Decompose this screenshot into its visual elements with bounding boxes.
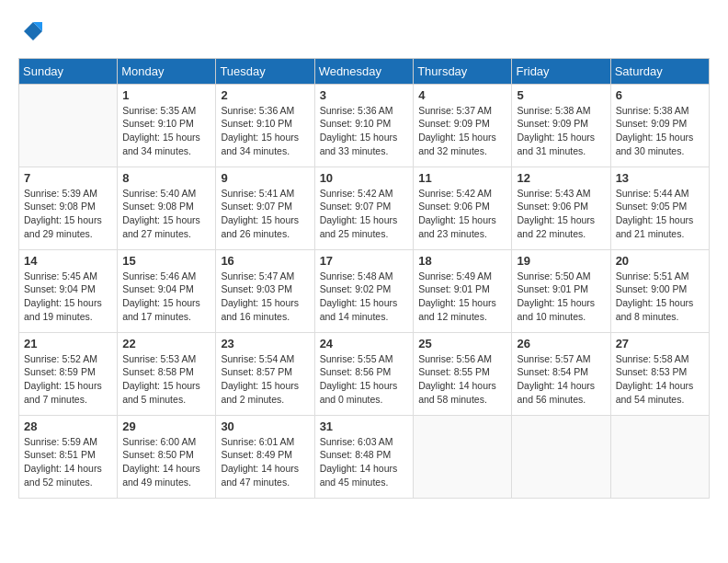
day-header-thursday: Thursday: [414, 58, 512, 84]
day-number: 1: [122, 88, 210, 102]
day-info: Sunrise: 5:45 AM Sunset: 9:04 PM Dayligh…: [24, 270, 112, 324]
day-info: Sunrise: 5:36 AM Sunset: 9:10 PM Dayligh…: [320, 104, 409, 158]
calendar-cell: 19Sunrise: 5:50 AM Sunset: 9:01 PM Dayli…: [512, 249, 610, 332]
day-number: 16: [221, 254, 309, 268]
day-info: Sunrise: 5:51 AM Sunset: 9:00 PM Dayligh…: [616, 270, 704, 324]
day-number: 28: [24, 419, 112, 433]
calendar-cell: 29Sunrise: 6:00 AM Sunset: 8:50 PM Dayli…: [118, 415, 216, 498]
day-info: Sunrise: 5:52 AM Sunset: 8:59 PM Dayligh…: [24, 352, 112, 407]
calendar-cell: 26Sunrise: 5:57 AM Sunset: 8:54 PM Dayli…: [512, 332, 610, 415]
day-number: 19: [517, 254, 605, 268]
calendar-cell: 14Sunrise: 5:45 AM Sunset: 9:04 PM Dayli…: [19, 249, 118, 332]
day-info: Sunrise: 5:46 AM Sunset: 9:04 PM Dayligh…: [122, 270, 210, 324]
calendar-cell: 6Sunrise: 5:38 AM Sunset: 9:09 PM Daylig…: [610, 84, 709, 167]
calendar-week-3: 14Sunrise: 5:45 AM Sunset: 9:04 PM Dayli…: [19, 249, 710, 332]
calendar-cell: 18Sunrise: 5:49 AM Sunset: 9:01 PM Dayli…: [414, 249, 512, 332]
calendar-week-1: 1Sunrise: 5:35 AM Sunset: 9:10 PM Daylig…: [19, 84, 710, 167]
day-number: 26: [517, 337, 605, 350]
day-info: Sunrise: 5:54 AM Sunset: 8:57 PM Dayligh…: [221, 352, 309, 407]
day-number: 3: [320, 88, 409, 102]
calendar-cell: 15Sunrise: 5:46 AM Sunset: 9:04 PM Dayli…: [118, 249, 216, 332]
calendar-header-row: SundayMondayTuesdayWednesdayThursdayFrid…: [19, 58, 710, 84]
day-number: 30: [221, 419, 309, 433]
day-number: 25: [418, 337, 506, 350]
day-info: Sunrise: 5:44 AM Sunset: 9:05 PM Dayligh…: [616, 187, 704, 241]
calendar-cell: 28Sunrise: 5:59 AM Sunset: 8:51 PM Dayli…: [19, 415, 118, 498]
calendar-cell: [610, 415, 709, 498]
calendar-cell: 2Sunrise: 5:36 AM Sunset: 9:10 PM Daylig…: [216, 84, 314, 167]
calendar-cell: 7Sunrise: 5:39 AM Sunset: 9:08 PM Daylig…: [19, 167, 118, 249]
day-number: 24: [320, 337, 409, 350]
day-number: 6: [616, 88, 704, 102]
calendar-cell: 10Sunrise: 5:42 AM Sunset: 9:07 PM Dayli…: [314, 167, 414, 249]
day-number: 7: [24, 171, 112, 185]
calendar-week-2: 7Sunrise: 5:39 AM Sunset: 9:08 PM Daylig…: [19, 167, 710, 249]
day-header-wednesday: Wednesday: [314, 58, 414, 84]
day-number: 2: [221, 88, 309, 102]
day-info: Sunrise: 6:01 AM Sunset: 8:49 PM Dayligh…: [221, 435, 309, 489]
page-header: [18, 18, 710, 49]
calendar-cell: 12Sunrise: 5:43 AM Sunset: 9:06 PM Dayli…: [512, 167, 610, 249]
calendar-cell: 8Sunrise: 5:40 AM Sunset: 9:08 PM Daylig…: [118, 167, 216, 249]
day-header-saturday: Saturday: [610, 58, 709, 84]
day-info: Sunrise: 5:49 AM Sunset: 9:01 PM Dayligh…: [418, 270, 506, 324]
day-header-tuesday: Tuesday: [216, 58, 314, 84]
calendar-cell: 1Sunrise: 5:35 AM Sunset: 9:10 PM Daylig…: [118, 84, 216, 167]
logo: [18, 18, 46, 49]
day-number: 15: [122, 254, 210, 268]
day-info: Sunrise: 6:00 AM Sunset: 8:50 PM Dayligh…: [122, 435, 210, 489]
calendar-cell: 27Sunrise: 5:58 AM Sunset: 8:53 PM Dayli…: [610, 332, 709, 415]
calendar-week-4: 21Sunrise: 5:52 AM Sunset: 8:59 PM Dayli…: [19, 332, 710, 415]
calendar-cell: 23Sunrise: 5:54 AM Sunset: 8:57 PM Dayli…: [216, 332, 314, 415]
day-number: 18: [418, 254, 506, 268]
day-number: 14: [24, 254, 112, 268]
day-number: 17: [320, 254, 409, 268]
day-number: 31: [320, 419, 409, 433]
calendar-cell: 16Sunrise: 5:47 AM Sunset: 9:03 PM Dayli…: [216, 249, 314, 332]
calendar-cell: 17Sunrise: 5:48 AM Sunset: 9:02 PM Dayli…: [314, 249, 414, 332]
calendar-cell: 20Sunrise: 5:51 AM Sunset: 9:00 PM Dayli…: [610, 249, 709, 332]
day-info: Sunrise: 5:57 AM Sunset: 8:54 PM Dayligh…: [517, 352, 605, 407]
calendar-week-5: 28Sunrise: 5:59 AM Sunset: 8:51 PM Dayli…: [19, 415, 710, 498]
day-header-monday: Monday: [118, 58, 216, 84]
day-number: 13: [616, 171, 704, 185]
day-number: 22: [122, 337, 210, 350]
calendar-cell: 31Sunrise: 6:03 AM Sunset: 8:48 PM Dayli…: [314, 415, 414, 498]
calendar-cell: 3Sunrise: 5:36 AM Sunset: 9:10 PM Daylig…: [314, 84, 414, 167]
calendar-table: SundayMondayTuesdayWednesdayThursdayFrid…: [18, 58, 710, 499]
day-info: Sunrise: 5:39 AM Sunset: 9:08 PM Dayligh…: [24, 187, 112, 241]
calendar-cell: 11Sunrise: 5:42 AM Sunset: 9:06 PM Dayli…: [414, 167, 512, 249]
day-header-sunday: Sunday: [19, 58, 118, 84]
day-header-friday: Friday: [512, 58, 610, 84]
day-number: 12: [517, 171, 605, 185]
day-number: 20: [616, 254, 704, 268]
day-info: Sunrise: 5:58 AM Sunset: 8:53 PM Dayligh…: [616, 352, 704, 407]
day-number: 4: [418, 88, 506, 102]
day-info: Sunrise: 5:36 AM Sunset: 9:10 PM Dayligh…: [221, 104, 309, 158]
day-info: Sunrise: 5:59 AM Sunset: 8:51 PM Dayligh…: [24, 435, 112, 489]
day-info: Sunrise: 6:03 AM Sunset: 8:48 PM Dayligh…: [320, 435, 409, 489]
day-info: Sunrise: 5:42 AM Sunset: 9:06 PM Dayligh…: [418, 187, 506, 241]
calendar-cell: 4Sunrise: 5:37 AM Sunset: 9:09 PM Daylig…: [414, 84, 512, 167]
calendar-cell: 22Sunrise: 5:53 AM Sunset: 8:58 PM Dayli…: [118, 332, 216, 415]
day-number: 10: [320, 171, 409, 185]
day-number: 9: [221, 171, 309, 185]
day-info: Sunrise: 5:41 AM Sunset: 9:07 PM Dayligh…: [221, 187, 309, 241]
logo-icon: [20, 18, 46, 44]
calendar-cell: [512, 415, 610, 498]
day-number: 8: [122, 171, 210, 185]
day-number: 11: [418, 171, 506, 185]
calendar-cell: [19, 84, 118, 167]
day-info: Sunrise: 5:42 AM Sunset: 9:07 PM Dayligh…: [320, 187, 409, 241]
calendar-cell: [414, 415, 512, 498]
calendar-cell: 25Sunrise: 5:56 AM Sunset: 8:55 PM Dayli…: [414, 332, 512, 415]
day-info: Sunrise: 5:43 AM Sunset: 9:06 PM Dayligh…: [517, 187, 605, 241]
day-info: Sunrise: 5:40 AM Sunset: 9:08 PM Dayligh…: [122, 187, 210, 241]
calendar-cell: 5Sunrise: 5:38 AM Sunset: 9:09 PM Daylig…: [512, 84, 610, 167]
calendar-cell: 24Sunrise: 5:55 AM Sunset: 8:56 PM Dayli…: [314, 332, 414, 415]
calendar-cell: 9Sunrise: 5:41 AM Sunset: 9:07 PM Daylig…: [216, 167, 314, 249]
day-info: Sunrise: 5:48 AM Sunset: 9:02 PM Dayligh…: [320, 270, 409, 324]
day-info: Sunrise: 5:47 AM Sunset: 9:03 PM Dayligh…: [221, 270, 309, 324]
day-info: Sunrise: 5:55 AM Sunset: 8:56 PM Dayligh…: [320, 352, 409, 407]
day-info: Sunrise: 5:35 AM Sunset: 9:10 PM Dayligh…: [122, 104, 210, 158]
